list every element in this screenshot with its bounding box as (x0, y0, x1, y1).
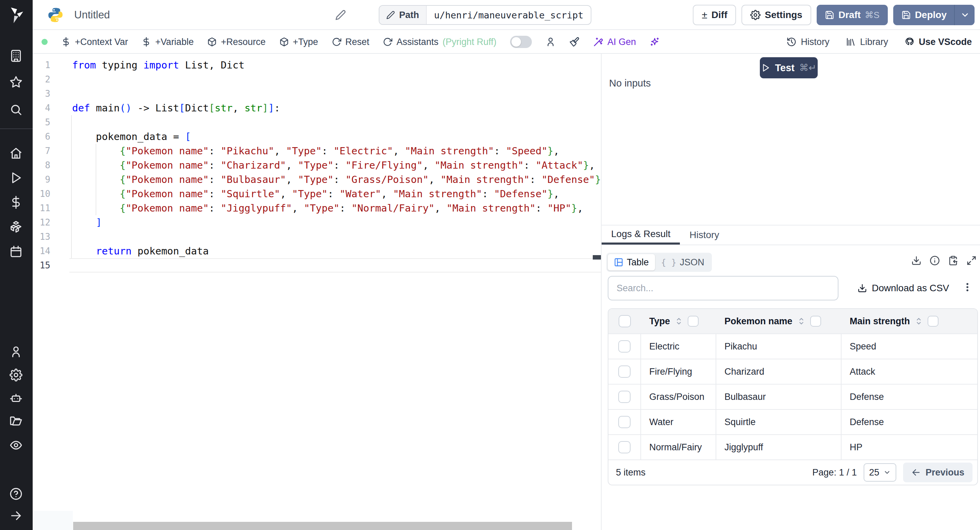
column-header[interactable]: Pokemon name (716, 309, 842, 334)
table-row[interactable]: WaterSquirtleDefense (608, 409, 977, 434)
view-table-label: Table (627, 257, 649, 268)
multiplayer-users-button[interactable] (546, 37, 556, 47)
sidebar-item-help[interactable] (10, 487, 23, 501)
brush-icon (569, 37, 579, 47)
previous-page-button[interactable]: Previous (903, 463, 972, 482)
table-row[interactable]: Grass/PoisonBulbasaurDefense (608, 384, 977, 409)
code-line[interactable]: 10 {"Pokemon name": "Squirtle", "Type": … (33, 187, 601, 201)
tab-logs-result[interactable]: Logs & Result (601, 225, 680, 244)
sidebar-item-resources[interactable] (10, 221, 23, 234)
add-context-var-button[interactable]: +Context Var (61, 37, 128, 47)
column-filter-checkbox[interactable] (810, 316, 821, 327)
sidebar-item-schedules[interactable] (10, 245, 23, 259)
sidebar-item-runs[interactable] (10, 171, 23, 185)
splitter-grip[interactable] (593, 255, 601, 260)
column-filter-checkbox[interactable] (928, 316, 939, 327)
sort-icon[interactable] (914, 316, 924, 326)
search-input[interactable] (608, 276, 838, 300)
add-resource-button[interactable]: +Resource (207, 37, 266, 47)
reset-button[interactable]: Reset (332, 37, 369, 47)
path-button[interactable]: Path u/henri/maneuverable_script (379, 5, 592, 25)
code-line[interactable]: 4def main() -> List[Dict[str, str]]: (33, 101, 601, 115)
clipboard-copy-icon[interactable] (948, 255, 958, 266)
code-line[interactable]: 3 (33, 86, 601, 101)
ai-gen-button[interactable]: AI Gen (593, 37, 636, 47)
column-header[interactable]: Type (641, 309, 716, 334)
path-label: Path (399, 10, 419, 21)
diff-button[interactable]: ± Diff (693, 5, 736, 25)
draft-button[interactable]: Draft ⌘S (817, 5, 888, 25)
format-brush-button[interactable] (569, 37, 579, 47)
add-type-button[interactable]: +Type (279, 37, 318, 47)
sort-icon[interactable] (797, 316, 806, 326)
download-csv-button[interactable]: Download as CSV (858, 276, 949, 300)
code-line[interactable]: 8 {"Pokemon name": "Charizard", "Type": … (33, 158, 601, 172)
row-checkbox[interactable] (618, 391, 630, 403)
sidebar-item-workers[interactable] (10, 392, 23, 405)
code-line[interactable]: 1from typing import List, Dict (33, 58, 601, 72)
select-all-checkbox[interactable] (619, 315, 631, 327)
tab-history[interactable]: History (680, 225, 729, 244)
row-checkbox[interactable] (618, 340, 630, 353)
windmill-logo-icon[interactable] (8, 6, 24, 24)
use-vscode-button[interactable]: Use VScode (904, 37, 972, 47)
deploy-button[interactable]: Deploy (893, 5, 975, 25)
history-button[interactable]: History (786, 37, 829, 47)
chevron-down-icon[interactable] (960, 10, 970, 20)
editor-toolbar: +Context Var +Variable +Resource +Type R… (33, 31, 980, 54)
column-filter-checkbox[interactable] (688, 316, 698, 327)
add-variable-button[interactable]: +Variable (142, 37, 194, 47)
kebab-menu-icon[interactable] (962, 281, 973, 293)
ai-sparkles-button[interactable] (649, 37, 660, 47)
table-row[interactable]: Fire/FlyingCharizardAttack (608, 359, 977, 384)
code-line[interactable]: 15 (33, 258, 601, 273)
code-line[interactable]: 14 return pokemon_data (33, 244, 601, 258)
settings-button[interactable]: Settings (741, 5, 811, 25)
row-checkbox[interactable] (618, 416, 630, 428)
code-line[interactable]: 12 ] (33, 215, 601, 230)
page-size-select[interactable]: 25 (864, 463, 896, 482)
sidebar-item-favorites[interactable] (10, 76, 23, 89)
code-line[interactable]: 2 (33, 72, 601, 86)
row-checkbox[interactable] (618, 441, 630, 453)
multiplayer-toggle[interactable] (510, 36, 532, 48)
code-line[interactable]: 13 (33, 230, 601, 244)
sidebar-collapse-toggle[interactable] (10, 509, 23, 523)
table-cell: Charizard (716, 359, 842, 384)
assistants-button[interactable]: Assistants (Pyright Ruff) (383, 37, 496, 47)
sidebar-item-home[interactable] (10, 147, 23, 160)
code-line[interactable]: 9 {"Pokemon name": "Bulbasaur", "Type": … (33, 172, 601, 187)
column-header[interactable]: Main strength (842, 309, 939, 334)
code-line[interactable]: 11 {"Pokemon name": "Jigglypuff", "Type"… (33, 201, 601, 215)
gear-icon (10, 369, 22, 382)
view-json-button[interactable]: { } JSON (655, 254, 711, 270)
sidebar-item-folders[interactable] (10, 415, 23, 428)
expand-icon[interactable] (966, 255, 977, 266)
sidebar-item-settings[interactable] (10, 369, 23, 382)
eye-icon (10, 439, 22, 452)
diff-label: Diff (711, 10, 727, 21)
download-icon[interactable] (911, 255, 921, 266)
sidebar-item-audit-logs[interactable] (10, 439, 23, 452)
sidebar-item-workspace[interactable] (10, 49, 23, 63)
row-checkbox[interactable] (618, 366, 630, 378)
code-line[interactable]: 7 {"Pokemon name": "Pikachu", "Type": "E… (33, 144, 601, 158)
sidebar-item-variables[interactable] (10, 196, 23, 209)
table-row[interactable]: Normal/FairyJigglypuffHP (608, 434, 977, 460)
view-table-button[interactable]: Table (608, 254, 655, 270)
table-row[interactable]: ElectricPikachuSpeed (608, 334, 977, 359)
info-icon[interactable] (930, 255, 940, 266)
code-line[interactable]: 6 pokemon_data = [ (33, 129, 601, 144)
code-editor[interactable]: 1from typing import List, Dict234def mai… (33, 54, 601, 530)
sidebar-item-users[interactable] (10, 345, 23, 359)
test-button[interactable]: Test ⌘↵ (760, 57, 818, 78)
sidebar-item-search[interactable] (10, 103, 23, 117)
sort-icon[interactable] (674, 316, 684, 326)
horizontal-scrollbar[interactable] (73, 522, 572, 530)
line-number: 7 (33, 146, 50, 156)
deploy-separator (954, 5, 955, 25)
library-button[interactable]: Library (846, 37, 888, 47)
wand-icon (593, 37, 603, 47)
code-line[interactable]: 5 (33, 115, 601, 129)
edit-summary-pencil-icon[interactable] (335, 10, 346, 21)
